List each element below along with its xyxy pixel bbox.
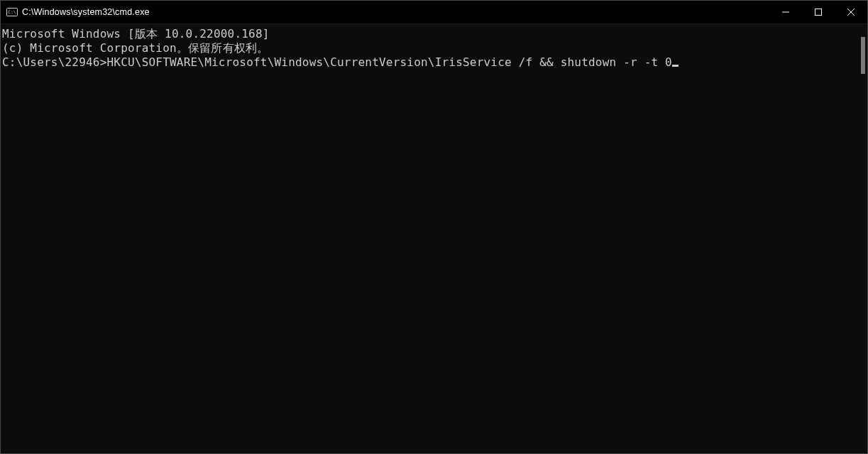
command-input[interactable]: HKCU\SOFTWARE\Microsoft\Windows\CurrentV… bbox=[107, 55, 672, 69]
terminal-output[interactable]: Microsoft Windows [版本 10.0.22000.168](c)… bbox=[1, 24, 867, 453]
cmd-window: C:\ C:\Windows\system32\cmd.exe Microsof… bbox=[0, 0, 868, 454]
maximize-button[interactable] bbox=[802, 1, 835, 23]
prompt: C:\Users\22946> bbox=[2, 55, 107, 69]
banner-line-1: Microsoft Windows [版本 10.0.22000.168] bbox=[2, 27, 867, 41]
titlebar[interactable]: C:\ C:\Windows\system32\cmd.exe bbox=[1, 1, 867, 24]
prompt-line: C:\Users\22946>HKCU\SOFTWARE\Microsoft\W… bbox=[2, 55, 867, 70]
close-button[interactable] bbox=[835, 1, 867, 23]
svg-text:C:\: C:\ bbox=[8, 9, 16, 14]
text-cursor bbox=[672, 65, 679, 67]
scrollbar-thumb[interactable] bbox=[861, 37, 865, 74]
scrollbar[interactable] bbox=[855, 24, 867, 453]
window-controls bbox=[769, 1, 867, 23]
titlebar-left: C:\ C:\Windows\system32\cmd.exe bbox=[1, 6, 150, 18]
minimize-button[interactable] bbox=[769, 1, 802, 23]
svg-rect-3 bbox=[815, 9, 822, 16]
banner-line-2: (c) Microsoft Corporation。保留所有权利。 bbox=[2, 41, 867, 55]
window-title: C:\Windows\system32\cmd.exe bbox=[22, 7, 150, 17]
cmd-icon: C:\ bbox=[6, 6, 18, 18]
